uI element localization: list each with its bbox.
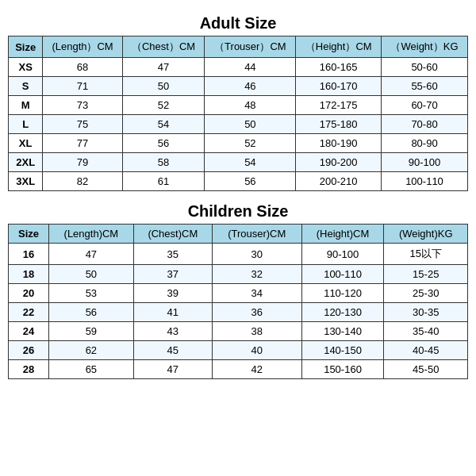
table-cell: 20 — [9, 284, 49, 303]
adult-table: Size(Length）CM（Chest）CM（Trouser）CM（Heigh… — [8, 36, 468, 191]
table-row: S715046160-17055-60 — [9, 77, 468, 96]
table-cell: XS — [9, 58, 43, 77]
table-cell: 120-130 — [301, 303, 384, 322]
table-cell: 47 — [49, 244, 134, 265]
table-row: XS684744160-16550-60 — [9, 58, 468, 77]
table-cell: 54 — [122, 115, 205, 134]
table-cell: 130-140 — [301, 322, 384, 341]
table-cell: 55-60 — [382, 77, 468, 96]
table-cell: 30-35 — [384, 303, 468, 322]
table-cell: 26 — [9, 341, 49, 360]
children-header-cell: (Chest)CM — [133, 225, 212, 244]
adult-header-cell: Size — [9, 36, 43, 58]
adult-header-cell: (Length）CM — [43, 36, 122, 58]
table-cell: 68 — [43, 58, 122, 77]
table-cell: L — [9, 115, 43, 134]
adult-title: Adult Size — [8, 14, 468, 33]
table-cell: 58 — [122, 153, 205, 172]
children-section: Children Size Size(Length)CM(Chest)CM(Tr… — [8, 196, 468, 384]
table-cell: 43 — [133, 322, 212, 341]
table-cell: 40 — [212, 341, 301, 360]
table-cell: 52 — [122, 96, 205, 115]
adult-section: Adult Size Size(Length）CM（Chest）CM（Trous… — [8, 8, 468, 196]
table-cell: 140-150 — [301, 341, 384, 360]
table-cell: 47 — [122, 58, 205, 77]
children-table: Size(Length)CM(Chest)CM(Trouser)CM(Heigh… — [8, 224, 468, 379]
table-cell: 73 — [43, 96, 122, 115]
table-cell: 35 — [133, 244, 212, 265]
table-row: 3XL826156200-210100-110 — [9, 172, 468, 191]
table-cell: 15-25 — [384, 265, 468, 284]
table-cell: 36 — [212, 303, 301, 322]
table-cell: 30 — [212, 244, 301, 265]
table-row: 24594338130-14035-40 — [9, 322, 468, 341]
table-cell: 70-80 — [382, 115, 468, 134]
table-row: XL775652180-19080-90 — [9, 134, 468, 153]
table-cell: 41 — [133, 303, 212, 322]
table-cell: 56 — [49, 303, 134, 322]
table-cell: 172-175 — [296, 96, 382, 115]
table-cell: 90-100 — [301, 244, 384, 265]
table-row: M735248172-17560-70 — [9, 96, 468, 115]
table-cell: 34 — [212, 284, 301, 303]
table-cell: 35-40 — [384, 322, 468, 341]
table-cell: 50 — [49, 265, 134, 284]
table-cell: 46 — [205, 77, 296, 96]
table-cell: 22 — [9, 303, 49, 322]
table-cell: 28 — [9, 360, 49, 379]
table-cell: 62 — [49, 341, 134, 360]
table-row: 2XL795854190-20090-100 — [9, 153, 468, 172]
adult-header-cell: （Trouser）CM — [205, 36, 296, 58]
table-cell: 47 — [133, 360, 212, 379]
table-cell: 39 — [133, 284, 212, 303]
children-header-cell: (Height)CM — [301, 225, 384, 244]
table-cell: S — [9, 77, 43, 96]
table-cell: 110-120 — [301, 284, 384, 303]
children-title: Children Size — [8, 202, 468, 221]
table-cell: 190-200 — [296, 153, 382, 172]
table-cell: 56 — [122, 134, 205, 153]
table-row: 28654742150-16045-50 — [9, 360, 468, 379]
table-cell: 24 — [9, 322, 49, 341]
table-cell: XL — [9, 134, 43, 153]
table-cell: 79 — [43, 153, 122, 172]
table-cell: 60-70 — [382, 96, 468, 115]
table-cell: 42 — [212, 360, 301, 379]
table-row: 18503732100-11015-25 — [9, 265, 468, 284]
table-cell: 180-190 — [296, 134, 382, 153]
table-row: L755450175-18070-80 — [9, 115, 468, 134]
children-header-cell: (Length)CM — [49, 225, 134, 244]
table-cell: 80-90 — [382, 134, 468, 153]
table-cell: 53 — [49, 284, 134, 303]
table-cell: 150-160 — [301, 360, 384, 379]
table-cell: 54 — [205, 153, 296, 172]
children-header-cell: Size — [9, 225, 49, 244]
table-cell: 3XL — [9, 172, 43, 191]
table-cell: 50-60 — [382, 58, 468, 77]
table-cell: 44 — [205, 58, 296, 77]
table-cell: 100-110 — [301, 265, 384, 284]
table-cell: 61 — [122, 172, 205, 191]
table-cell: 16 — [9, 244, 49, 265]
table-cell: 200-210 — [296, 172, 382, 191]
table-cell: 50 — [122, 77, 205, 96]
table-cell: 160-165 — [296, 58, 382, 77]
table-cell: 90-100 — [382, 153, 468, 172]
table-cell: 50 — [205, 115, 296, 134]
table-cell: 37 — [133, 265, 212, 284]
table-cell: 65 — [49, 360, 134, 379]
children-header-cell: (Weight)KG — [384, 225, 468, 244]
adult-header-cell: （Chest）CM — [122, 36, 205, 58]
table-cell: 71 — [43, 77, 122, 96]
table-cell: 48 — [205, 96, 296, 115]
adult-header-cell: （Weight）KG — [382, 36, 468, 58]
table-row: 1647353090-10015以下 — [9, 244, 468, 265]
table-cell: 52 — [205, 134, 296, 153]
table-row: 26624540140-15040-45 — [9, 341, 468, 360]
table-cell: 77 — [43, 134, 122, 153]
adult-header-cell: （Height）CM — [296, 36, 382, 58]
table-cell: 59 — [49, 322, 134, 341]
table-cell: 45-50 — [384, 360, 468, 379]
table-cell: 56 — [205, 172, 296, 191]
table-cell: 15以下 — [384, 244, 468, 265]
